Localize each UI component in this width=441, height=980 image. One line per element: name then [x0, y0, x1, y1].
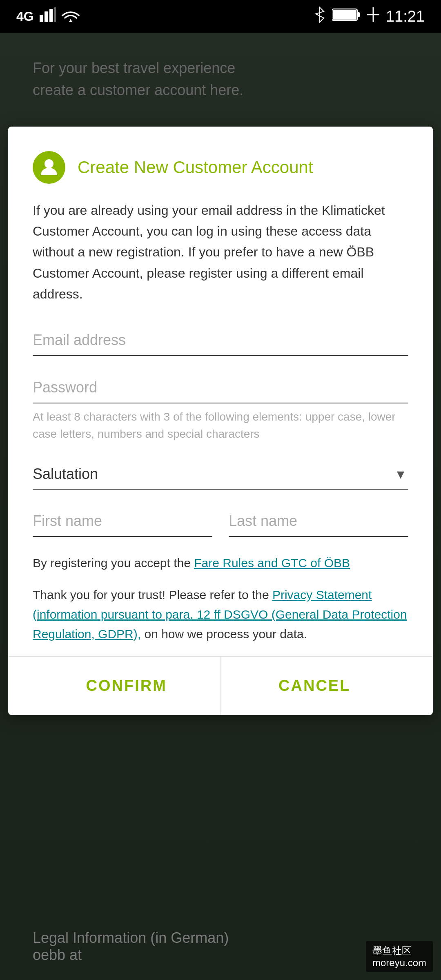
legal-pre-text-1: By registering you accept the: [33, 556, 194, 570]
user-icon: [39, 157, 59, 178]
salutation-group: Salutation Mr. Ms. Mx. ▾: [33, 459, 408, 490]
svg-rect-1: [45, 11, 48, 22]
first-name-group: [33, 506, 212, 537]
time-display: 11:21: [386, 8, 425, 25]
svg-rect-0: [40, 15, 43, 22]
svg-rect-2: [49, 9, 53, 22]
first-name-input[interactable]: [33, 506, 212, 537]
password-input[interactable]: [33, 372, 408, 403]
status-bar: 4G: [0, 0, 441, 33]
email-input[interactable]: [33, 325, 408, 356]
status-left: 4G: [16, 7, 80, 25]
legal-text-1: By registering you accept the Fare Rules…: [33, 553, 408, 573]
svg-rect-6: [333, 10, 356, 20]
battery-indicator: [332, 7, 361, 25]
salutation-select[interactable]: Salutation Mr. Ms. Mx.: [33, 459, 408, 490]
legal-post-text-2: on how we process your data.: [141, 627, 307, 641]
last-name-group: [229, 506, 408, 537]
confirm-button[interactable]: CONFIRM: [33, 657, 220, 715]
modal-description: If you are already using your email addr…: [33, 200, 408, 305]
name-fields-row: [33, 506, 408, 537]
modal-header: Create New Customer Account: [33, 151, 408, 184]
password-hint: At least 8 characters with 3 of the foll…: [33, 408, 408, 443]
user-icon-circle: [33, 151, 65, 184]
status-right: 11:21: [314, 7, 425, 26]
cancel-button[interactable]: CANCEL: [221, 657, 409, 715]
legal-text-2: Thank you for your trust! Please refer t…: [33, 585, 408, 644]
email-field-group: [33, 325, 408, 356]
legal-pre-text-2: Thank you for your trust! Please refer t…: [33, 588, 272, 601]
watermark: 墨鱼社区 moreyu.com: [366, 941, 433, 972]
signal-icon: [40, 7, 56, 25]
svg-rect-3: [54, 7, 56, 22]
svg-rect-5: [357, 12, 360, 17]
signal-bars-icon: [367, 7, 379, 25]
bluetooth-icon: [314, 7, 325, 26]
modal-title: Create New Customer Account: [78, 157, 313, 178]
network-indicator: 4G: [16, 9, 34, 24]
modal-actions: CONFIRM CANCEL: [33, 657, 408, 715]
password-field-group: At least 8 characters with 3 of the foll…: [33, 372, 408, 443]
last-name-input[interactable]: [229, 506, 408, 537]
svg-point-9: [45, 159, 53, 168]
fare-rules-link[interactable]: Fare Rules and GTC of ÖBB: [194, 556, 350, 570]
wifi-icon: [62, 7, 80, 25]
create-account-modal: Create New Customer Account If you are a…: [8, 127, 433, 715]
